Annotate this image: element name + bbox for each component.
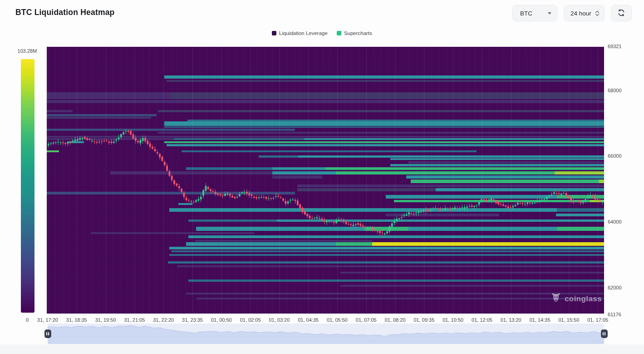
x-axis-label: 01, 03:20	[269, 317, 290, 323]
x-axis-label: 31, 17:20	[37, 317, 58, 323]
x-axis-label: 01, 10:50	[442, 317, 463, 323]
liquidation-heatmap-page: BTC Liquidation Heatmap BTC 24 hour	[0, 0, 644, 354]
legend-swatch-green	[337, 31, 341, 35]
symbol-select-value: BTC	[520, 10, 532, 17]
page-title: BTC Liquidation Heatmap	[15, 8, 115, 17]
y-axis-label: 66000	[608, 153, 622, 159]
watermark-text: coinglass	[565, 294, 602, 304]
legend-label: Supercharts	[344, 30, 372, 36]
y-axis-label: 62000	[608, 285, 622, 290]
navigator-right-handle[interactable]	[601, 329, 608, 338]
x-axis-label: 31, 22:20	[153, 317, 174, 323]
x-axis-label: 01, 08:20	[385, 317, 406, 323]
x-axis-label: 01, 00:50	[211, 317, 232, 323]
x-axis-label: 31, 18:35	[66, 317, 87, 323]
interval-select-value: 24 hour	[570, 10, 591, 17]
legend: Liquidation Leverage Supercharts	[0, 30, 644, 36]
x-axis-label: 01, 15:50	[558, 317, 579, 323]
x-axis-label: 01, 04:35	[298, 317, 319, 323]
y-axis-label: 64000	[608, 219, 622, 224]
y-axis-label: 68000	[608, 88, 622, 93]
navigator[interactable]	[48, 324, 604, 344]
x-axis-label: 01, 09:35	[413, 317, 434, 323]
coinglass-bull-icon	[550, 292, 562, 306]
navigator-left-handle[interactable]	[44, 329, 51, 338]
time-axis: 31, 17:2031, 18:3531, 19:5031, 21:0531, …	[0, 317, 644, 324]
x-axis-label: 31, 21:05	[124, 317, 145, 323]
interval-select[interactable]: 24 hour	[564, 5, 605, 21]
x-axis-label: 01, 13:20	[501, 317, 521, 323]
heatmap-plot-area[interactable]	[47, 47, 604, 314]
chevron-down-icon	[548, 12, 551, 15]
x-axis-label: 01, 02:05	[240, 317, 261, 323]
legend-item-supercharts[interactable]: Supercharts	[337, 30, 372, 36]
y-axis-label: 61176	[608, 312, 621, 317]
x-axis-label: 31, 19:50	[95, 317, 116, 323]
y-axis-label: 69321	[608, 44, 622, 49]
colorbar-max-label: 103.28M	[10, 48, 44, 54]
refresh-button[interactable]	[611, 5, 632, 21]
legend-swatch-purple	[272, 31, 276, 35]
x-axis-label: 01, 14:35	[530, 317, 551, 323]
x-axis-label: 31, 23:35	[182, 317, 203, 323]
x-axis-label: 01, 07:05	[356, 317, 377, 323]
colorbar	[21, 59, 34, 313]
legend-label: Liquidation Leverage	[279, 30, 328, 36]
symbol-select[interactable]: BTC	[512, 5, 557, 21]
x-axis-label: 01, 17:05	[587, 317, 608, 323]
x-axis-label: 01, 05:50	[327, 317, 348, 323]
stepper-chevrons-icon	[595, 10, 600, 16]
legend-item-liquidation-leverage[interactable]: Liquidation Leverage	[272, 30, 328, 36]
watermark: coinglass	[550, 292, 602, 306]
refresh-icon	[617, 9, 625, 18]
x-axis-label: 01, 12:05	[472, 317, 492, 323]
header-controls: BTC 24 hour	[512, 5, 632, 21]
